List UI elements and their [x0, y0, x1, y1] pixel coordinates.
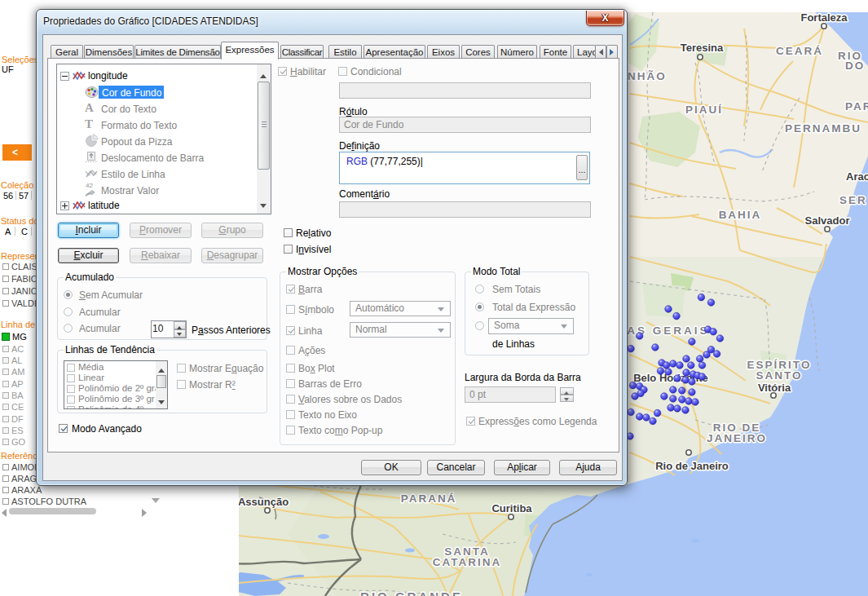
svg-text:Arac: Arac	[846, 170, 868, 183]
svg-text:BAHIA: BAHIA	[719, 209, 762, 221]
svg-text:PIAUÍ: PIAUÍ	[685, 104, 723, 116]
svg-text:Salvador: Salvador	[805, 214, 850, 227]
svg-text:NHÃO: NHÃO	[628, 70, 667, 82]
svg-text:SER: SER	[839, 194, 867, 206]
svg-text:PERNAMBU: PERNAMBU	[785, 122, 861, 135]
svg-text:DO: DO	[845, 60, 865, 72]
svg-text:PARANÁ: PARANÁ	[401, 492, 457, 505]
svg-text:RIO GRANDE: RIO GRANDE	[360, 589, 463, 596]
svg-text:Rio de Janeiro: Rio de Janeiro	[655, 460, 729, 472]
svg-text:Vitória: Vitória	[758, 382, 791, 394]
svg-text:CEARÁ: CEARÁ	[776, 45, 823, 57]
svg-text:Curitiba: Curitiba	[491, 502, 532, 514]
svg-text:CATARINA: CATARINA	[433, 556, 502, 568]
svg-text:PAR: PAR	[845, 100, 868, 113]
svg-text:JANEIRO: JANEIRO	[707, 432, 767, 444]
svg-text:Teresina: Teresina	[681, 42, 724, 54]
svg-text:Fortaleza: Fortaleza	[800, 12, 848, 24]
svg-text:SANTO: SANTO	[756, 369, 802, 382]
svg-text:Assunção: Assunção	[239, 496, 289, 508]
